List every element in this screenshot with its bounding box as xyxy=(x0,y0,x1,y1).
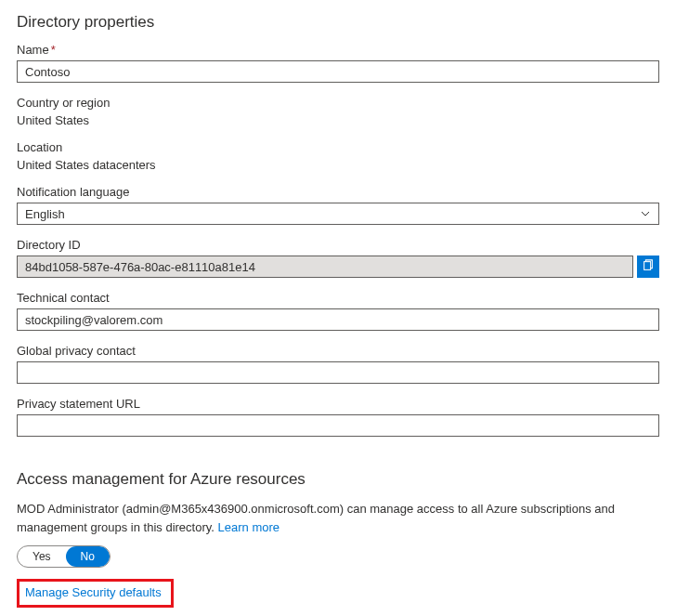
field-tech-contact: Technical contact xyxy=(17,291,659,331)
name-input[interactable] xyxy=(17,60,659,83)
field-language: Notification language English xyxy=(17,185,659,225)
field-name: Name* xyxy=(17,43,659,83)
privacy-url-input[interactable] xyxy=(17,414,659,437)
language-selected: English xyxy=(25,207,65,221)
copy-icon xyxy=(642,259,655,275)
privacy-url-label: Privacy statement URL xyxy=(17,397,659,411)
learn-more-link[interactable]: Learn more xyxy=(218,520,280,534)
location-label: Location xyxy=(17,140,659,154)
copy-button[interactable] xyxy=(637,256,659,278)
toggle-no[interactable]: No xyxy=(66,546,110,567)
toggle-yes[interactable]: Yes xyxy=(18,546,66,567)
field-privacy-url: Privacy statement URL xyxy=(17,397,659,437)
manage-security-highlight: Manage Security defaults xyxy=(17,579,174,608)
svg-rect-0 xyxy=(644,261,651,269)
directory-id-value: 84bd1058-587e-476a-80ac-e81110a81e14 xyxy=(17,256,633,278)
directory-properties-title: Directory properties xyxy=(17,13,659,32)
language-label: Notification language xyxy=(17,185,659,199)
access-toggle[interactable]: Yes No xyxy=(17,545,110,568)
field-directory-id: Directory ID 84bd1058-587e-476a-80ac-e81… xyxy=(17,238,659,278)
access-description: MOD Administrator (admin@M365x436900.onm… xyxy=(17,500,659,536)
field-privacy-contact: Global privacy contact xyxy=(17,344,659,384)
name-label: Name* xyxy=(17,43,659,57)
tech-contact-input[interactable] xyxy=(17,308,659,331)
field-country: Country or region United States xyxy=(17,96,659,127)
required-mark: * xyxy=(51,43,56,57)
field-location: Location United States datacenters xyxy=(17,140,659,172)
manage-security-defaults-link[interactable]: Manage Security defaults xyxy=(25,585,162,599)
privacy-contact-input[interactable] xyxy=(17,361,659,384)
tech-contact-label: Technical contact xyxy=(17,291,659,305)
chevron-down-icon xyxy=(640,208,651,219)
country-label: Country or region xyxy=(17,96,659,110)
location-value: United States datacenters xyxy=(17,158,659,172)
country-value: United States xyxy=(17,113,659,127)
directory-id-label: Directory ID xyxy=(17,238,659,252)
language-select[interactable]: English xyxy=(17,203,659,225)
privacy-contact-label: Global privacy contact xyxy=(17,344,659,358)
access-management-title: Access management for Azure resources xyxy=(17,470,659,489)
